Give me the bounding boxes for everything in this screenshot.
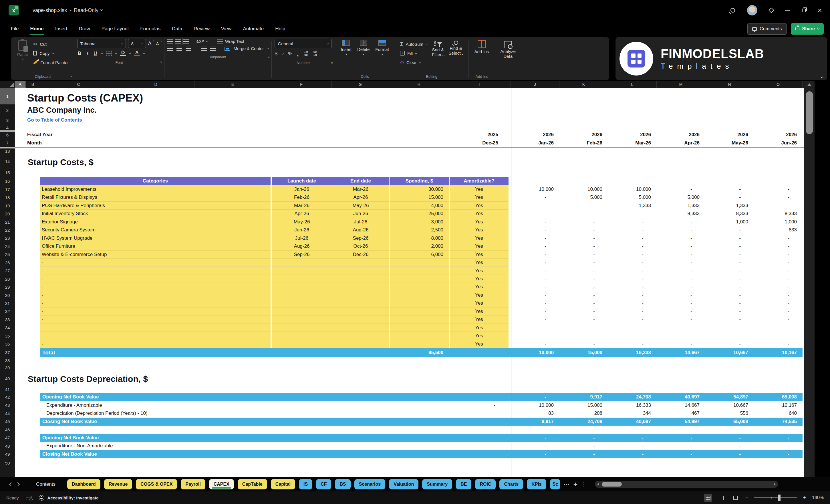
row-header-26[interactable]: 26 xyxy=(0,259,15,266)
delete-cells-button[interactable]: ✕Delete xyxy=(354,39,372,56)
account-avatar[interactable] xyxy=(747,5,757,15)
sheet-tab-captable[interactable]: CapTable xyxy=(238,479,267,490)
menu-tab-home[interactable]: Home xyxy=(30,26,43,32)
row-header-35[interactable]: 35 xyxy=(0,332,15,340)
prev-sheet-arrow[interactable] xyxy=(9,482,13,486)
underline-chevron-icon[interactable] xyxy=(101,52,103,54)
sheet-tab-contents[interactable]: Contents xyxy=(36,481,56,487)
paste-button[interactable]: Paste xyxy=(14,39,31,61)
row-header-50[interactable]: 50 xyxy=(0,458,15,468)
comments-button[interactable]: Comments xyxy=(747,23,787,35)
menu-tab-review[interactable]: Review xyxy=(194,26,210,32)
increase-indent-button[interactable] xyxy=(210,46,216,51)
borders-button[interactable] xyxy=(106,51,112,56)
scroll-up-icon[interactable] xyxy=(807,83,811,86)
analyze-data-button[interactable]: AnalyzeData xyxy=(498,41,518,59)
font-size-select[interactable]: 8 xyxy=(128,39,146,48)
sheet-options-kebab-icon[interactable]: ⋮ xyxy=(581,481,586,487)
accounting-format-button[interactable]: $ xyxy=(275,51,277,56)
column-header-L[interactable]: L xyxy=(608,81,657,88)
row-header-23[interactable]: 23 xyxy=(0,234,15,242)
share-button[interactable]: Share xyxy=(791,23,824,35)
row-header-42[interactable]: 42 xyxy=(0,393,15,401)
column-header-O[interactable]: O xyxy=(754,81,802,88)
collapse-ribbon-chevron-icon[interactable] xyxy=(821,76,823,78)
row-headers[interactable]: 1234671314151617181920212223242526272829… xyxy=(0,88,15,477)
menu-tab-file[interactable]: File xyxy=(11,26,19,32)
sheet-tab-valuation[interactable]: Valuation xyxy=(389,479,418,490)
row-header-14[interactable]: 14 xyxy=(0,154,15,168)
clipboard-dialog-launcher[interactable]: ↘ xyxy=(69,74,72,78)
row-header-43[interactable]: 43 xyxy=(0,401,15,410)
column-header-J[interactable]: J xyxy=(511,81,560,88)
menu-tab-help[interactable]: Help xyxy=(275,26,285,32)
row-header-36[interactable]: 36 xyxy=(0,340,15,348)
row-header-6[interactable]: 6 xyxy=(0,131,15,139)
addins-button[interactable]: Add-ins xyxy=(471,39,492,55)
align-top-button[interactable] xyxy=(167,39,173,43)
row-header-22[interactable]: 22 xyxy=(0,226,15,234)
row-header-38[interactable]: 38 xyxy=(0,357,15,364)
row-header-4[interactable]: 4 xyxy=(0,124,15,131)
sheet-tab-revenue[interactable]: Revenue xyxy=(104,479,132,490)
align-center-button[interactable] xyxy=(177,46,182,51)
row-header-15[interactable]: 15 xyxy=(0,168,15,177)
column-header-H[interactable]: H xyxy=(389,81,449,88)
row-header-46[interactable]: 46 xyxy=(0,426,15,434)
underline-button[interactable]: U xyxy=(93,51,98,56)
align-middle-button[interactable] xyxy=(175,39,181,43)
sheet-tab-bs[interactable]: BS xyxy=(335,479,350,490)
menu-tab-automate[interactable]: Automate xyxy=(243,26,264,32)
row-header-1[interactable]: 1 xyxy=(0,88,15,104)
orientation-button[interactable]: ab↗ xyxy=(196,39,204,44)
column-header-M[interactable]: M xyxy=(657,81,705,88)
row-header-49[interactable]: 49 xyxy=(0,450,15,459)
row-header-27[interactable]: 27 xyxy=(0,267,15,275)
sheet-tab-sc[interactable]: Sc xyxy=(550,479,560,490)
row-header-7[interactable]: 7 xyxy=(0,139,15,147)
increase-decimal-button[interactable]: ←0.00 xyxy=(304,50,308,57)
worksheet-canvas[interactable]: Startup Costs (CAPEX)ABC Company Inc.Go … xyxy=(0,88,804,477)
row-header-18[interactable]: 18 xyxy=(0,193,15,201)
find-select-button[interactable]: Find &Select xyxy=(446,40,466,56)
sheet-tab-is[interactable]: IS xyxy=(299,479,312,490)
menu-tab-data[interactable]: Data xyxy=(172,26,182,32)
column-header-F[interactable]: F xyxy=(271,81,332,88)
decrease-font-button[interactable]: Aˇ xyxy=(156,41,161,46)
column-header-C[interactable]: C xyxy=(40,81,117,88)
more-sheets-button[interactable]: ••• xyxy=(564,482,570,486)
column-header-A[interactable]: A xyxy=(15,81,26,88)
vertical-scrollbar[interactable] xyxy=(804,81,815,477)
format-cells-button[interactable]: Format xyxy=(372,39,392,56)
zoom-percentage[interactable]: 140% xyxy=(812,495,824,500)
row-header-29[interactable]: 29 xyxy=(0,283,15,291)
normal-view-button[interactable] xyxy=(704,494,712,502)
menu-tab-page-layout[interactable]: Page Layout xyxy=(101,26,129,32)
sheet-tab-roic[interactable]: ROIC xyxy=(475,479,496,490)
font-dialog-launcher[interactable]: ↘ xyxy=(160,60,162,64)
column-headers[interactable]: ABCDEFGHIJKLMNO xyxy=(0,81,804,88)
sheet-tab-kpis[interactable]: KPIs xyxy=(527,479,546,490)
percent-style-button[interactable]: % xyxy=(288,51,292,56)
number-format-select[interactable]: General xyxy=(275,39,332,48)
menu-tab-formulas[interactable]: Formulas xyxy=(140,26,160,32)
align-left-button[interactable] xyxy=(167,46,173,51)
increase-font-button[interactable]: Aˆ xyxy=(148,41,154,46)
row-header-3[interactable]: 3 xyxy=(0,116,15,124)
align-right-button[interactable] xyxy=(186,46,191,51)
fill-color-chevron-icon[interactable] xyxy=(129,52,131,54)
column-header-D[interactable]: D xyxy=(117,81,194,88)
sheet-tab-capital[interactable]: Capital xyxy=(271,479,295,490)
new-sheet-button[interactable]: + xyxy=(573,480,577,489)
sheet-tab-capex[interactable]: CAPEX xyxy=(209,479,234,490)
row-header-25[interactable]: 25 xyxy=(0,251,15,259)
accessibility-checker-button[interactable]: Accessibility: Investigate xyxy=(39,495,98,501)
row-header-44[interactable]: 44 xyxy=(0,409,15,418)
toc-link[interactable]: Go to Table of Contents xyxy=(27,116,199,124)
scroll-right-icon[interactable] xyxy=(774,483,776,486)
scroll-left-icon[interactable] xyxy=(597,483,599,486)
row-header-28[interactable]: 28 xyxy=(0,275,15,283)
alignment-dialog-launcher[interactable]: ↘ xyxy=(267,55,270,59)
fill-color-button[interactable] xyxy=(120,51,126,56)
menu-tab-insert[interactable]: Insert xyxy=(55,26,67,32)
